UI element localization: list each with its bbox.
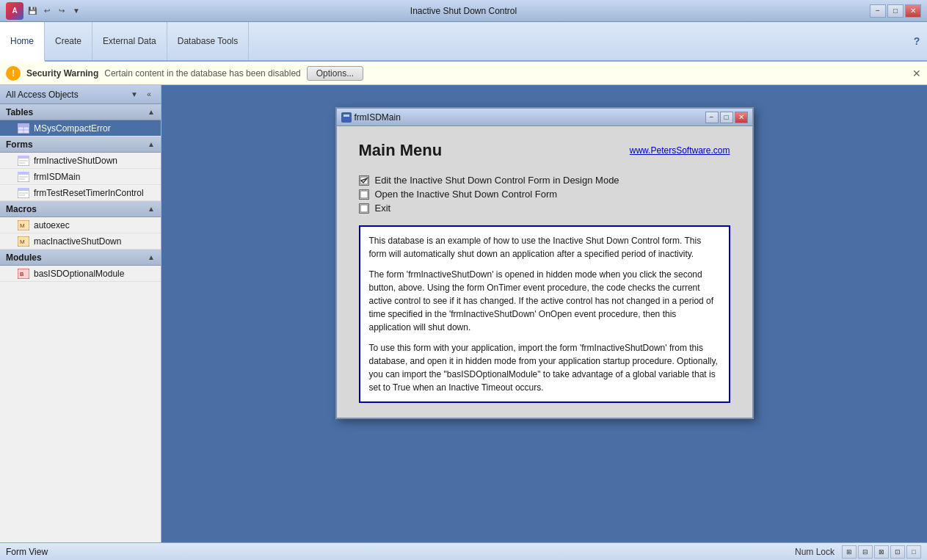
- window-controls: − □ ✕: [870, 4, 921, 18]
- security-warning-icon: !: [6, 66, 21, 81]
- tab-home[interactable]: Home: [0, 22, 45, 62]
- form-window-title: frmISDMain: [355, 112, 401, 123]
- title-bar: A 💾 ↩ ↪ ▼ Inactive Shut Down Control − □…: [0, 0, 927, 22]
- security-warning-title: Security Warning: [26, 68, 98, 79]
- undo-icon[interactable]: ↩: [41, 5, 53, 17]
- redo-icon[interactable]: ↪: [56, 5, 68, 17]
- nav-item-frminactiveshutdown-label: frmInactiveShutDown: [34, 156, 117, 166]
- nav-item-autoexec-label: autoexec: [34, 220, 70, 230]
- form-window-controls: − □ ✕: [705, 112, 748, 123]
- form-title-bar: frmISDMain − □ ✕: [337, 109, 752, 126]
- btn-checkbox-open: [359, 189, 369, 200]
- btn-checkbox-exit: [359, 203, 369, 214]
- form-body: Main Menu www.PetersSoftware.com Edit th…: [337, 126, 752, 418]
- svg-rect-28: [360, 205, 368, 212]
- form-action-btn-exit-label: Exit: [375, 203, 391, 214]
- close-button[interactable]: ✕: [905, 4, 921, 18]
- nav-section-tables[interactable]: Tables ▲: [0, 104, 161, 120]
- nav-item-frmisdmain[interactable]: frmISDMain: [0, 169, 161, 185]
- ribbon: Home Create External Data Database Tools…: [0, 22, 927, 62]
- table-icon: [18, 123, 29, 134]
- macro-icon-2: M: [18, 236, 29, 247]
- nav-header-icons: ▼ «: [128, 89, 155, 101]
- nav-section-tables-chevron: ▲: [148, 108, 155, 116]
- nav-item-macinactiveshutdown-label: macInactiveShutDown: [34, 236, 121, 247]
- main-area: All Access Objects ▼ « Tables ▲ MSysComp…: [0, 85, 927, 542]
- status-icon-5[interactable]: □: [906, 545, 921, 559]
- svg-rect-6: [18, 156, 29, 159]
- nav-collapse-icon[interactable]: «: [143, 89, 155, 101]
- form-action-btn-open[interactable]: Open the Inactive Shut Down Control Form: [359, 189, 730, 200]
- nav-pane-header: All Access Objects ▼ «: [0, 85, 161, 104]
- nav-section-forms[interactable]: Forms ▲: [0, 137, 161, 153]
- nav-item-basisdoptionalmodule-label: basISDOptionalModule: [34, 269, 124, 279]
- nav-item-frmtestresettimercontrol-label: frmTestResetTimerInControl: [34, 188, 144, 198]
- qa-dropdown-icon[interactable]: ▼: [70, 5, 82, 17]
- options-button[interactable]: Options...: [307, 66, 363, 81]
- status-icon-1[interactable]: ⊞: [842, 545, 857, 559]
- tab-database-tools[interactable]: Database Tools: [167, 22, 250, 60]
- form-action-btn-design[interactable]: Edit the Inactive Shut Down Control Form…: [359, 175, 730, 186]
- nav-section-tables-title: Tables: [6, 107, 33, 117]
- svg-rect-24: [343, 114, 349, 117]
- svg-text:B: B: [20, 271, 23, 277]
- tab-create[interactable]: Create: [45, 22, 92, 60]
- security-close-button[interactable]: ✕: [912, 68, 921, 79]
- navigation-pane: All Access Objects ▼ « Tables ▲ MSysComp…: [0, 85, 161, 542]
- form-action-btn-exit[interactable]: Exit: [359, 203, 730, 214]
- svg-rect-10: [18, 172, 29, 175]
- nav-item-macinactiveshutdown[interactable]: M macInactiveShutDown: [0, 233, 161, 250]
- form-icon-1: [18, 156, 29, 166]
- nav-section-macros-title: Macros: [6, 204, 37, 214]
- macro-icon-1: M: [18, 220, 29, 230]
- tab-external-data[interactable]: External Data: [92, 22, 167, 60]
- minimize-button[interactable]: −: [870, 4, 886, 18]
- description-para-3: To use this form with your application, …: [369, 341, 720, 394]
- nav-section-modules-title: Modules: [6, 252, 42, 263]
- nav-item-autoexec[interactable]: M autoexec: [0, 217, 161, 233]
- svg-rect-14: [18, 188, 29, 191]
- nav-dropdown-icon[interactable]: ▼: [128, 89, 140, 101]
- nav-section-modules[interactable]: Modules ▲: [0, 250, 161, 266]
- nav-item-msyscompacterror[interactable]: MSysCompactError: [0, 120, 161, 137]
- help-button[interactable]: ?: [906, 22, 927, 60]
- form-icon-2: [18, 172, 29, 182]
- description-para-2: The form 'frmInactiveShutDown' is opened…: [369, 268, 720, 334]
- content-area: SOFTPEDIA frmISDMain − □ ✕: [161, 85, 927, 542]
- nav-section-macros-chevron: ▲: [148, 205, 155, 213]
- svg-rect-27: [360, 191, 368, 198]
- nav-section-macros[interactable]: Macros ▲: [0, 201, 161, 217]
- restore-button[interactable]: □: [887, 4, 904, 18]
- title-bar-left: A 💾 ↩ ↪ ▼: [6, 2, 82, 20]
- nav-item-frmtestresettimercontrol[interactable]: frmTestResetTimerInControl: [0, 185, 161, 201]
- form-action-btn-design-label: Edit the Inactive Shut Down Control Form…: [375, 175, 619, 186]
- nav-item-msyscompacterror-label: MSysCompactError: [34, 123, 111, 134]
- save-icon[interactable]: 💾: [26, 5, 38, 17]
- form-restore-button[interactable]: □: [720, 112, 733, 123]
- nav-item-basisdoptionalmodule[interactable]: B basISDOptionalModule: [0, 266, 161, 282]
- quick-access-toolbar: A 💾 ↩ ↪ ▼: [6, 2, 82, 20]
- svg-text:M: M: [20, 239, 25, 245]
- form-window-frmisdmain: frmISDMain − □ ✕ Main Menu www.PetersSof…: [335, 107, 754, 419]
- form-title-left: frmISDMain: [341, 112, 401, 123]
- nav-section-forms-chevron: ▲: [148, 140, 155, 148]
- btn-checkbox-design: [359, 175, 369, 186]
- form-close-button[interactable]: ✕: [735, 112, 748, 123]
- form-main-title: Main Menu: [359, 141, 443, 160]
- status-icon-4[interactable]: ⊡: [890, 545, 905, 559]
- form-icon-3: [18, 188, 29, 198]
- status-icon-3[interactable]: ⊠: [874, 545, 889, 559]
- status-right: Num Lock ⊞ ⊟ ⊠ ⊡ □: [790, 545, 921, 559]
- num-lock-indicator: Num Lock: [790, 547, 839, 557]
- svg-rect-4: [18, 123, 29, 127]
- nav-section-forms-title: Forms: [6, 139, 33, 150]
- module-icon: B: [18, 269, 29, 279]
- nav-item-frminactiveshutdown[interactable]: frmInactiveShutDown: [0, 153, 161, 169]
- app-icon: A: [6, 2, 23, 20]
- form-website-link[interactable]: www.PetersSoftware.com: [630, 145, 730, 156]
- status-icon-2[interactable]: ⊟: [858, 545, 873, 559]
- form-buttons: Edit the Inactive Shut Down Control Form…: [359, 175, 730, 214]
- form-minimize-button[interactable]: −: [705, 112, 719, 123]
- nav-item-frmisdmain-label: frmISDMain: [34, 172, 80, 182]
- form-window-icon: [341, 112, 352, 123]
